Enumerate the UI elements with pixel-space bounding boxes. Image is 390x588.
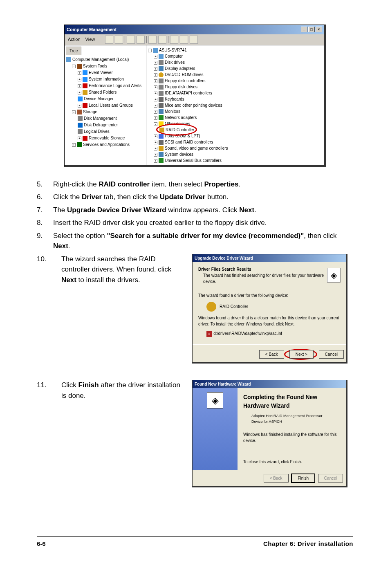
dev-floppydrv[interactable]: +Floppy disk drives <box>148 84 323 90</box>
dev-disks[interactable]: +Disk drives <box>148 59 323 65</box>
dev-usb[interactable]: +Universal Serial Bus controllers <box>148 157 323 164</box>
export-icon[interactable] <box>158 36 166 44</box>
dev-host[interactable]: -ASUS-SVR741 <box>148 47 323 53</box>
tree-services[interactable]: +Services and Applications <box>66 141 144 148</box>
dev-dvd[interactable]: +DVD/CD-ROM drives <box>148 72 323 78</box>
wizard-buttons: < BackNext >Cancel <box>193 344 346 362</box>
toolbar <box>105 36 198 44</box>
tree-root[interactable]: Computer Management (Local) <box>66 56 144 63</box>
hw-side-panel: ◈ <box>193 388 238 470</box>
props-icon[interactable] <box>137 36 145 44</box>
tree-storage[interactable]: -Storage <box>66 109 144 115</box>
usb-icon <box>159 158 164 163</box>
dev-computer[interactable]: +Computer <box>148 53 323 59</box>
wizard-body: Driver Files Search Results The wizard h… <box>193 262 346 345</box>
wizard-header: Driver Files Search Results The wizard h… <box>198 266 341 288</box>
floppy-icon <box>159 79 164 83</box>
back-button[interactable]: < Back <box>259 350 284 359</box>
perf-icon <box>83 83 87 88</box>
menu-view[interactable]: View <box>85 36 95 43</box>
step-text: Insert the RAID driver disk you created … <box>53 218 353 228</box>
finish-button[interactable]: Finish <box>291 474 315 483</box>
cancel-button[interactable]: Cancel <box>319 350 344 359</box>
step-5: 5. Right-click the RAID controller item,… <box>37 179 353 190</box>
storage-icon <box>77 110 82 114</box>
menu-action[interactable]: Action <box>68 36 81 43</box>
upgrade-wizard-window: Upgrade Device Driver Wizard Driver File… <box>192 254 347 364</box>
step-text: Select the option "Search for a suitable… <box>53 231 353 251</box>
sound-icon <box>159 146 164 151</box>
defrag-icon <box>78 123 83 128</box>
tree-logical[interactable]: Logical Drives <box>66 128 144 135</box>
tree-list: Computer Management (Local) -System Tool… <box>65 55 146 150</box>
network-icon <box>159 115 164 120</box>
tb-icon-1[interactable] <box>170 36 178 44</box>
wizard-header-icon: ◈ <box>327 268 341 283</box>
tb-icon-3[interactable] <box>190 36 198 44</box>
computer-icon <box>66 57 71 62</box>
step-8: 8. Insert the RAID driver disk you creat… <box>37 218 353 228</box>
device-icon <box>206 302 216 312</box>
dev-scsi[interactable]: +SCSI and RAID controllers <box>148 139 323 145</box>
mouse-icon <box>159 103 164 108</box>
step-num: 5. <box>37 179 53 190</box>
dev-floppyctl[interactable]: +Floppy disk controllers <box>148 78 323 84</box>
tree-devmgr[interactable]: Device Manager <box>66 96 144 102</box>
refresh-icon[interactable] <box>148 36 157 44</box>
tree-remov[interactable]: +Removable Storage <box>66 135 144 141</box>
step-num: 8. <box>37 218 53 228</box>
tree-sysinfo[interactable]: +System Information <box>66 76 144 83</box>
services-icon <box>77 142 82 147</box>
next-button[interactable]: Next > <box>289 350 314 359</box>
step-num: 6. <box>37 192 53 202</box>
users-icon <box>83 103 87 108</box>
dev-sysdev[interactable]: +System devices <box>148 151 323 157</box>
wizard-heading: Driver Files Search Results <box>198 266 327 272</box>
page-number: 6-6 <box>37 539 46 549</box>
minimize-button[interactable]: _ <box>301 27 307 32</box>
disk-icon <box>159 60 164 65</box>
driver-tag-icon: ≡ <box>206 331 212 337</box>
wizard-subheading: The wizard has finished searching for dr… <box>198 272 327 285</box>
dev-netad[interactable]: +Network adapters <box>148 114 323 121</box>
ide-icon <box>159 91 164 96</box>
tree-tab[interactable]: Tree <box>66 47 81 55</box>
dev-monitors[interactable]: +Monitors <box>148 108 323 114</box>
step-9: 9. Select the option "Search for a suita… <box>37 231 353 251</box>
device-pane: -ASUS-SVR741 +Computer +Disk drives +Dis… <box>146 45 324 165</box>
step-10: 10. The wizard searches the RAID control… <box>37 254 353 364</box>
dev-mouse[interactable]: +Mice and other pointing devices <box>148 102 323 108</box>
remov-icon <box>83 136 87 141</box>
chapter-title: Chapter 6: Driver installation <box>263 539 353 549</box>
hw-titlebar: Found New Hardware Wizard <box>193 380 346 388</box>
dev-display[interactable]: +Display adapters <box>148 65 323 72</box>
tree-systools[interactable]: -System Tools <box>66 63 144 70</box>
close-button[interactable]: × <box>316 27 322 32</box>
back-button: < Back <box>264 474 289 483</box>
tb-icon-2[interactable] <box>180 36 188 44</box>
wizard-path-row: ≡d:\drivers\RAID\Adaptec\winxp\aac.inf <box>198 327 341 341</box>
up-icon[interactable] <box>127 36 135 44</box>
floppy-icon <box>159 85 164 90</box>
hw-body: ◈ Completing the Found New Hardware Wiza… <box>193 388 346 470</box>
back-icon[interactable] <box>105 36 113 44</box>
tree-diskm[interactable]: Disk Management <box>66 115 144 122</box>
tree-users[interactable]: +Local Users and Groups <box>66 102 144 109</box>
step-num: 7. <box>37 205 53 215</box>
forward-icon[interactable] <box>115 36 123 44</box>
dev-kb[interactable]: +Keyboards <box>148 96 323 102</box>
step-text: Right-click the RAID controller item, th… <box>53 179 353 190</box>
step-num: 11. <box>37 380 53 391</box>
page-footer: 6-6 Chapter 6: Driver installation <box>37 536 353 549</box>
dev-sound[interactable]: +Sound, video and game controllers <box>148 145 323 151</box>
step-6: 6. Click the Driver tab, then click the … <box>37 192 353 202</box>
tree-defrag[interactable]: Disk Defragmenter <box>66 122 144 128</box>
dev-ide[interactable]: +IDE ATA/ATAPI controllers <box>148 90 323 96</box>
tree-perf[interactable]: +Performance Logs and Alerts <box>66 83 144 89</box>
tree-pane: Tree Computer Management (Local) -System… <box>65 45 146 165</box>
step-7: 7. The Upgrade Device Driver Wizard wind… <box>37 205 353 215</box>
tree-event[interactable]: +Event Viewer <box>66 70 144 76</box>
tree-shared[interactable]: +Shared Folders <box>66 89 144 96</box>
titlebar: Computer Management _ □ × <box>65 25 324 34</box>
maximize-button[interactable]: □ <box>308 27 315 32</box>
